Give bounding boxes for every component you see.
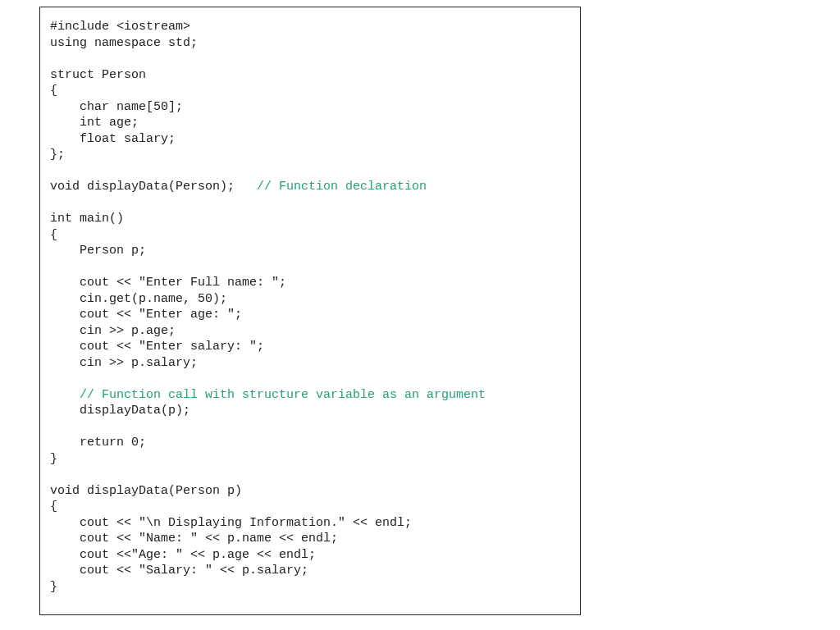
- code-line: #include <iostream>: [50, 20, 190, 34]
- code-line: }: [50, 452, 57, 466]
- code-line: char name[50];: [50, 100, 183, 114]
- code-line: cout << "Salary: " << p.salary;: [50, 564, 308, 578]
- code-line: }: [50, 580, 57, 594]
- code-line: void displayData(Person p): [50, 484, 242, 498]
- code-line: cin >> p.age;: [50, 324, 176, 338]
- code-line: cin >> p.salary;: [50, 356, 198, 370]
- code-comment: // Function call with structure variable…: [80, 388, 486, 402]
- code-line: cout << "Enter age: ";: [50, 308, 242, 322]
- code-line: {: [50, 228, 57, 242]
- code-line: cout << "Enter salary: ";: [50, 340, 264, 354]
- code-line: [50, 388, 80, 402]
- code-line: int age;: [50, 116, 139, 130]
- code-block: #include <iostream> using namespace std;…: [39, 7, 581, 615]
- code-line: using namespace std;: [50, 36, 198, 50]
- code-line: int main(): [50, 212, 124, 226]
- code-line: cin.get(p.name, 50);: [50, 292, 227, 306]
- code-listing: #include <iostream> using namespace std;…: [50, 19, 570, 595]
- code-line: Person p;: [50, 244, 146, 258]
- code-line: cout << "\n Displaying Information." << …: [50, 516, 412, 530]
- code-line: return 0;: [50, 436, 146, 450]
- code-line: cout << "Enter Full name: ";: [50, 276, 286, 290]
- code-line: float salary;: [50, 132, 176, 146]
- code-line: struct Person: [50, 68, 146, 82]
- code-line: {: [50, 500, 57, 514]
- code-line: cout << "Name: " << p.name << endl;: [50, 532, 338, 546]
- code-line: {: [50, 84, 57, 98]
- code-line: void displayData(Person);: [50, 180, 257, 194]
- code-line: };: [50, 148, 65, 162]
- code-line: displayData(p);: [50, 404, 190, 418]
- code-comment: // Function declaration: [257, 180, 427, 194]
- code-line: cout <<"Age: " << p.age << endl;: [50, 548, 316, 562]
